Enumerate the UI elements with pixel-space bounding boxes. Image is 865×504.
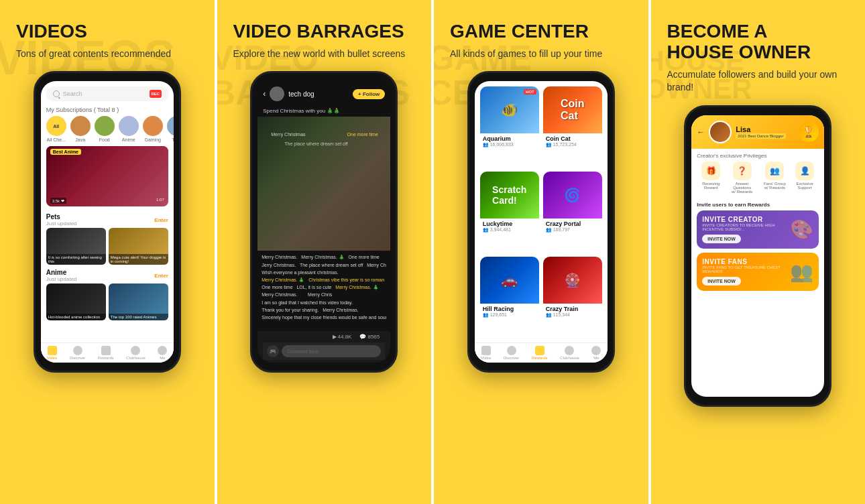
pets-section-header: Pets Just updated Enter: [41, 213, 174, 228]
phone-screen-house: ← Lisa 2021 Best Dance Blogger 🏆 Creator…: [691, 115, 824, 397]
privilege-questions: ❓ Answer Questionsw/ Rewards: [730, 162, 754, 194]
pets-videos-row: It is so comforting after seeing this Me…: [41, 228, 174, 269]
house-user-badge: 2021 Best Dance Blogger: [736, 133, 785, 139]
nav-me-g[interactable]: Me: [591, 346, 601, 360]
barrage-header: ‹ tech dog + Follow: [257, 81, 390, 107]
phone-screen-barrages: ‹ tech dog + Follow Spend Christmas with…: [257, 81, 390, 363]
search-bar[interactable]: Search REC: [46, 86, 168, 101]
pets-video-1[interactable]: It is so comforting after seeing this: [46, 228, 106, 265]
invite-fans-btn[interactable]: INVITE NOW: [702, 277, 741, 286]
nav-rewards-g[interactable]: Rewards: [532, 346, 548, 360]
anime-video-1[interactable]: Hot-blooded anime collection: [46, 284, 106, 320]
cat-tech[interactable]: Tech: [167, 116, 174, 142]
phone-screen-videos: Search REC My Subscriptions ( Total 8 ) …: [41, 81, 174, 363]
creator-privileges-title: Creator's exclusive Privileges: [697, 153, 819, 159]
barrage-overlay: Merry Christmas One more time The place …: [257, 130, 390, 237]
search-placeholder: Search: [63, 90, 82, 97]
game-card-coincat[interactable]: CoinCat Coin Cat 👥 15,723,254: [543, 86, 602, 168]
phone-videos: Search REC My Subscriptions ( Total 8 ) …: [34, 71, 181, 373]
panel-games: GAMECENTER GAME CENTER All kinds of game…: [431, 0, 648, 504]
game-card-aquarium[interactable]: HOT 🐠 Aquarium 👥 16,006,833: [480, 86, 539, 168]
barrage-avatar: [270, 86, 284, 101]
cat-java[interactable]: Java: [70, 116, 91, 142]
panel-subtitle-house: Accumulate followers and build your own …: [667, 68, 850, 94]
panel-title-games: GAME CENTER: [450, 21, 589, 42]
invite-section-title: Invite users to earn Rewards: [691, 202, 824, 210]
barrage-stats: ▶ 44.8K 💬 8565: [263, 334, 385, 342]
barrage-description: Spend Christmas with you 🎄🎄: [257, 107, 390, 117]
anime-enter-btn[interactable]: Enter: [154, 273, 168, 279]
cat-anime[interactable]: Anime: [119, 116, 139, 142]
invite-creator-title: INVITE CREATOR: [702, 216, 786, 223]
notification-badge: REC: [150, 90, 162, 98]
search-icon: [53, 90, 60, 97]
anime-video-2[interactable]: The top 100 rated Animes: [109, 284, 168, 320]
nav-video[interactable]: Video: [47, 346, 57, 360]
barrage-avatar-sm: 🎮: [267, 345, 279, 357]
bottom-nav-videos: Video Discover Rewards Clubhouse: [41, 342, 174, 363]
subs-label: My Subscriptions ( Total 8 ): [41, 107, 174, 116]
invite-fans-sub: INVITE FANS TO GET TREASURE CHEST REWARD…: [702, 265, 786, 273]
invite-creator-btn[interactable]: INVITE NOW: [702, 235, 741, 243]
game-card-luckytime[interactable]: ScratchCard! Luckytime 👥 3,944,481: [480, 172, 539, 253]
panel-subtitle-barrages: Explore the new world with bullet screen…: [233, 48, 406, 61]
stat-likes: 💬 8565: [359, 334, 380, 340]
nav-discover[interactable]: Discover: [70, 346, 85, 360]
game-grid: HOT 🐠 Aquarium 👥 16,006,833: [475, 81, 608, 342]
privilege-reward: 🎁 ReceivingReward: [701, 162, 720, 194]
house-back-icon[interactable]: ←: [697, 127, 705, 137]
privileges-row: 🎁 ReceivingReward ❓ Answer Questionsw/ R…: [697, 162, 819, 194]
back-icon[interactable]: ‹: [263, 89, 266, 99]
phone-games: HOT 🐠 Aquarium 👥 16,006,833: [467, 71, 615, 373]
barrage-comments: Merry Christmas. Merry Christmas. 🎄 One …: [257, 251, 390, 331]
house-rank-icon: 🏆: [799, 122, 819, 142]
barrage-bottom: ▶ 44.8K 💬 8565 🎮 Comment here: [257, 331, 390, 363]
anime-section-header: Anime Just updated Enter: [41, 269, 174, 284]
nav-clubhouse-g[interactable]: Clubhouse: [560, 346, 579, 360]
nav-video-g[interactable]: Video: [481, 346, 491, 360]
invite-creator-card[interactable]: INVITE CREATOR INVITE CREATORS TO RECEIV…: [697, 210, 819, 249]
barrage-text-input[interactable]: Comment here: [282, 345, 381, 357]
privilege-fans-group: 👥 Fans' Groupw/ Rewards: [764, 162, 786, 194]
featured-video[interactable]: Best Anime 3.5k ❤ 1:07: [46, 146, 168, 206]
barrage-input-row: 🎮 Comment here: [263, 342, 385, 360]
panel-videos: VIDEOS VIDEOS Tons of great contents rec…: [0, 0, 215, 504]
invite-creator-sub: INVITE CREATORS TO RECEIVE HIGH INCENTIV…: [702, 223, 786, 231]
cat-all[interactable]: All All Che...: [46, 116, 66, 142]
phone-house: ← Lisa 2021 Best Dance Blogger 🏆 Creator…: [684, 105, 831, 407]
game-card-crazytrain[interactable]: 🎡 Crazy Train 👥 115,344: [543, 257, 602, 338]
panel-subtitle-videos: Tons of great contents recommended: [16, 48, 171, 61]
panel-house: HOUSEOWNER BECOME A HOUSE OWNER Accumula…: [648, 0, 866, 504]
panel-subtitle-games: All kinds of games to fill up your time: [450, 48, 602, 61]
invite-fans-card[interactable]: INVITE FANS INVITE FANS TO GET TREASURE …: [697, 253, 819, 291]
panel-title-videos: VIDEOS: [16, 21, 87, 42]
pets-enter-btn[interactable]: Enter: [154, 217, 168, 223]
house-user-name: Lisa: [736, 125, 795, 133]
invite-fans-illustration: 👥: [790, 261, 813, 283]
game-card-crazyportal[interactable]: 🌀 Crazy Portal 👥 168,797: [543, 172, 602, 253]
panel-title-house: BECOME A HOUSE OWNER: [667, 21, 811, 63]
panel-title-barrages: VIDEO BARRAGES: [233, 21, 404, 42]
phone-barrages: ‹ tech dog + Follow Spend Christmas with…: [250, 71, 398, 373]
invite-fans-title: INVITE FANS: [702, 258, 786, 265]
anime-videos-row: Hot-blooded anime collection The top 100…: [41, 284, 174, 324]
barrage-video-area[interactable]: Merry Christmas One more time The place …: [257, 117, 390, 251]
nav-discover-g[interactable]: Discover: [504, 346, 519, 360]
bottom-nav-games: Video Discover Rewards Clubhouse: [475, 342, 608, 363]
pets-video-2[interactable]: Mega cute alert! Your doggie is in comin…: [109, 228, 168, 265]
creator-section: Creator's exclusive Privileges 🎁 Receivi…: [691, 149, 824, 202]
nav-me[interactable]: Me: [158, 346, 167, 360]
barrage-channel-name: tech dog: [288, 90, 349, 98]
house-header: ← Lisa 2021 Best Dance Blogger 🏆: [691, 115, 824, 149]
house-avatar: [709, 121, 732, 143]
privilege-support: 👤 ExclusiveSupport: [795, 162, 814, 194]
nav-rewards[interactable]: Rewards: [98, 346, 114, 360]
categories-row: All All Che... Java Food Anime: [41, 116, 174, 146]
cat-food[interactable]: Food: [95, 116, 115, 142]
nav-clubhouse[interactable]: Clubhouse: [126, 346, 146, 360]
stat-views: ▶ 44.8K: [333, 334, 352, 340]
follow-button[interactable]: + Follow: [353, 89, 385, 99]
game-card-hillracing[interactable]: 🚗 Hill Racing 👥 129,651: [480, 257, 539, 338]
phone-screen-games: HOT 🐠 Aquarium 👥 16,006,833: [475, 81, 608, 363]
cat-gaming[interactable]: Gaming: [143, 116, 163, 142]
